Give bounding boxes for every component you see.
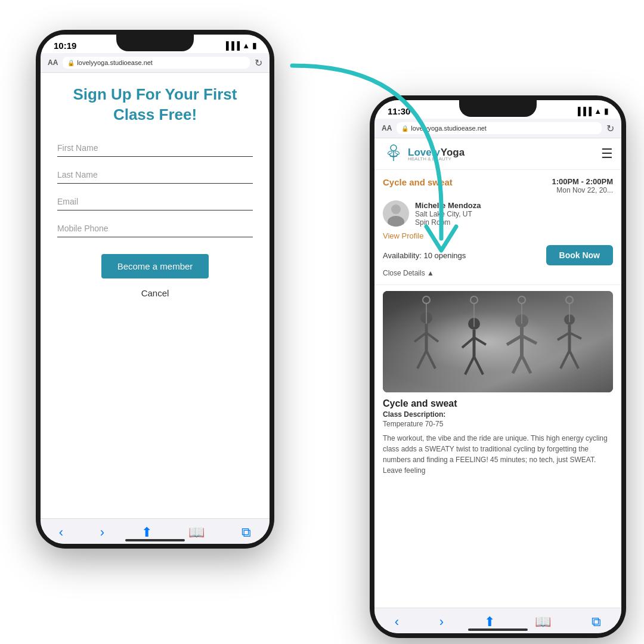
refresh-icon-left[interactable]: ↻ — [255, 57, 262, 69]
phone-right-screen: 11:30 ▐▐▐ ▲ ▮ AA 🔒 lovelyyoga.studioease… — [374, 100, 621, 633]
signup-form: Sign Up For Your First Class Free! First… — [41, 73, 270, 310]
class-desc-temp: Temperature 70-75 — [383, 420, 613, 428]
become-member-button[interactable]: Become a member — [101, 254, 209, 278]
share-button-right[interactable]: ⬆ — [484, 614, 495, 630]
class-card-header: Cycle and sweat 1:00PM - 2:00PM Mon Nov … — [383, 177, 613, 194]
home-indicator-right — [468, 628, 528, 631]
status-icons-right: ▐▐▐ ▲ ▮ — [575, 107, 608, 116]
phone-line — [57, 237, 253, 237]
signal-icon: ▐▐▐ — [223, 41, 240, 50]
view-profile-link[interactable]: View Profile — [383, 231, 613, 240]
first-name-field: First Name — [57, 143, 253, 157]
class-time-col: 1:00PM - 2:00PM Mon Nov 22, 20... — [552, 177, 613, 194]
logo: Lovely Yoga HEALTH & BEAUTY — [383, 143, 465, 165]
logo-icon — [383, 143, 404, 165]
browser-bar-left[interactable]: AA 🔒 lovelyyoga.studioease.net ↻ — [41, 53, 270, 73]
back-button-right[interactable]: ‹ — [395, 614, 399, 630]
url-text-right: lovelyyoga.studioease.net — [411, 125, 487, 132]
class-image-svg — [383, 291, 613, 392]
class-name-col: Cycle and sweat — [383, 177, 453, 187]
first-name-line — [57, 156, 253, 157]
phone-left: 10:19 ▐▐▐ ▲ ▮ AA 🔒 lovelyyoga.studioease… — [36, 30, 274, 549]
wifi-icon-right: ▲ — [594, 107, 602, 116]
svg-point-0 — [391, 145, 397, 151]
class-image — [383, 291, 613, 392]
last-name-field: Last Name — [57, 170, 253, 184]
svg-point-4 — [388, 216, 404, 227]
status-icons-left: ▐▐▐ ▲ ▮ — [223, 41, 256, 50]
email-field: Email — [57, 197, 253, 210]
aa-button-left[interactable]: AA — [48, 58, 58, 67]
class-image-section — [374, 285, 621, 392]
email-label: Email — [57, 197, 253, 206]
class-name: Cycle and sweat — [383, 177, 453, 187]
logo-text: Lovely Yoga HEALTH & BEAUTY — [408, 147, 465, 162]
tabs-button-left[interactable]: ⧉ — [242, 525, 251, 540]
email-line — [57, 210, 253, 210]
class-room: Spin Room — [415, 218, 481, 227]
wifi-icon: ▲ — [242, 41, 250, 50]
class-desc-sub: Class Description: — [383, 410, 613, 419]
battery-icon-right: ▮ — [604, 107, 608, 116]
first-name-label: First Name — [57, 143, 253, 153]
class-date: Mon Nov 22, 20... — [552, 186, 613, 194]
availability-text: Availability: 10 openings — [383, 251, 466, 260]
lock-icon-right: 🔒 — [401, 125, 408, 132]
class-instructor: Michelle Mendoza Salt Lake City, UT Spin… — [383, 200, 613, 227]
cancel-link[interactable]: Cancel — [57, 288, 253, 298]
book-now-button[interactable]: Book Now — [546, 245, 613, 265]
back-button-left[interactable]: ‹ — [59, 525, 63, 540]
class-time: 1:00PM - 2:00PM — [552, 177, 613, 186]
instructor-avatar — [383, 200, 409, 227]
svg-point-1 — [388, 150, 393, 154]
phone-right: 11:30 ▐▐▐ ▲ ▮ AA 🔒 lovelyyoga.studioease… — [370, 95, 626, 638]
form-title: Sign Up For Your First Class Free! — [57, 85, 253, 125]
class-location: Salt Lake City, UT — [415, 210, 481, 218]
instructor-avatar-img — [383, 200, 409, 227]
class-card: Cycle and sweat 1:00PM - 2:00PM Mon Nov … — [374, 170, 621, 285]
svg-point-2 — [395, 150, 400, 154]
class-availability: Availability: 10 openings Book Now — [383, 245, 613, 265]
battery-icon: ▮ — [252, 41, 256, 50]
bookmarks-button-right[interactable]: 📖 — [535, 614, 551, 630]
home-indicator-left — [125, 539, 185, 541]
hamburger-menu-icon[interactable]: ☰ — [601, 146, 613, 162]
class-desc-body: The workout, the vibe and the ride are u… — [383, 433, 613, 476]
lovely-yoga-header: Lovely Yoga HEALTH & BEAUTY ☰ — [374, 138, 621, 170]
notch-left — [116, 35, 194, 51]
aa-button-right[interactable]: AA — [382, 124, 392, 132]
notch-right — [459, 100, 537, 117]
lock-icon-left: 🔒 — [67, 60, 75, 66]
class-desc-title: Cycle and sweat — [383, 398, 613, 409]
time-right: 11:30 — [388, 106, 410, 116]
url-text-left: lovelyyoga.studioease.net — [77, 59, 153, 66]
instructor-name: Michelle Mendoza — [415, 201, 481, 210]
url-bar-right[interactable]: 🔒 lovelyyoga.studioease.net — [397, 122, 602, 134]
forward-button-right[interactable]: › — [439, 614, 444, 630]
browser-bar-right[interactable]: AA 🔒 lovelyyoga.studioease.net ↻ — [374, 119, 621, 138]
forward-button-left[interactable]: › — [100, 525, 104, 540]
refresh-icon-right[interactable]: ↻ — [606, 123, 614, 134]
url-bar-left[interactable]: 🔒 lovelyyoga.studioease.net — [63, 57, 250, 69]
phone-field: Mobile Phone — [57, 224, 253, 237]
share-button-left[interactable]: ⬆ — [141, 525, 152, 540]
signal-icon-right: ▐▐▐ — [575, 107, 592, 116]
close-details-link[interactable]: Close Details ▲ — [383, 269, 613, 277]
last-name-label: Last Name — [57, 170, 253, 179]
svg-point-3 — [391, 205, 401, 214]
last-name-line — [57, 183, 253, 184]
svg-rect-6 — [383, 291, 613, 392]
instructor-info: Michelle Mendoza Salt Lake City, UT Spin… — [415, 201, 481, 227]
phone-left-screen: 10:19 ▐▐▐ ▲ ▮ AA 🔒 lovelyyoga.studioease… — [41, 35, 270, 544]
phone-label: Mobile Phone — [57, 224, 253, 233]
class-description-section: Cycle and sweat Class Description: Tempe… — [374, 392, 621, 482]
time-left: 10:19 — [54, 41, 76, 51]
bookmarks-button-left[interactable]: 📖 — [188, 525, 205, 540]
tabs-button-right[interactable]: ⧉ — [592, 614, 601, 630]
